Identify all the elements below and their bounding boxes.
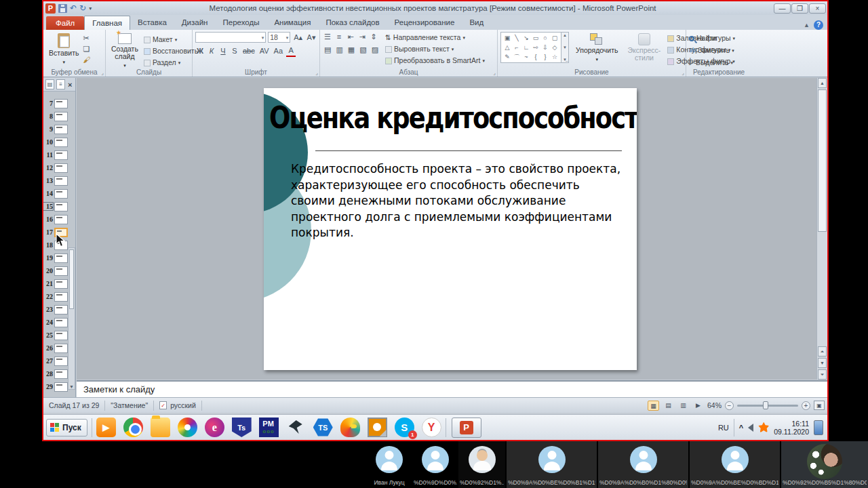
increase-indent-button[interactable]: ⇥ bbox=[357, 32, 367, 42]
char-spacing-button[interactable]: AV bbox=[258, 46, 271, 56]
restore-button[interactable]: ❐ bbox=[791, 3, 808, 14]
participant-tile[interactable]: %D0%92%D1%... bbox=[458, 441, 505, 488]
thumbnail-image[interactable] bbox=[54, 99, 68, 108]
reading-view-icon[interactable]: ▥ bbox=[677, 401, 689, 411]
thumbnail-image[interactable] bbox=[54, 253, 68, 263]
participant-tile[interactable]: %D0%9A%D0%B0%D1%80%D0%BF... bbox=[597, 441, 688, 488]
shape-icon-14[interactable]: ~ bbox=[521, 52, 531, 62]
canvas-scrollbar[interactable]: ▲ ⏶ ▼ ⏷ bbox=[816, 78, 827, 380]
change-case-button[interactable]: Aa bbox=[273, 46, 284, 56]
slide-title[interactable]: Оценка кредитоспособности проекта bbox=[269, 100, 620, 136]
panel-scroll-thumb[interactable] bbox=[69, 249, 74, 309]
slide-thumbnail-21[interactable]: 21 bbox=[43, 277, 68, 290]
shape-icon-17[interactable]: ☆ bbox=[550, 52, 559, 62]
scroll-thumb[interactable] bbox=[818, 89, 827, 232]
spellcheck-cell[interactable]: ✓ русский bbox=[154, 401, 202, 411]
thumbnail-image[interactable] bbox=[54, 266, 68, 276]
powerpoint-app-icon[interactable]: P bbox=[45, 3, 56, 14]
redo-icon[interactable]: ↻ bbox=[79, 4, 86, 12]
file-manager-icon[interactable] bbox=[151, 418, 170, 437]
tab-показ-слайдов[interactable]: Показ слайдов bbox=[318, 16, 387, 30]
panel-scroll-down-icon[interactable]: ▼ bbox=[68, 384, 75, 389]
hummingbird-icon[interactable] bbox=[286, 418, 306, 437]
scroll-down-icon[interactable]: ▼ bbox=[818, 358, 827, 368]
thumbnail-image[interactable] bbox=[54, 125, 68, 134]
thumbnail-image[interactable] bbox=[54, 150, 68, 160]
ts-shield-icon[interactable]: Ts bbox=[232, 418, 252, 437]
ts-hexagon-icon[interactable]: TS bbox=[313, 418, 333, 437]
thumbnail-image[interactable] bbox=[54, 318, 68, 327]
shape-icon-10[interactable]: ⇩ bbox=[540, 43, 550, 52]
language-indicator[interactable]: RU bbox=[718, 424, 729, 432]
chrome-icon[interactable] bbox=[123, 418, 143, 437]
thumbnail-image[interactable] bbox=[54, 305, 68, 314]
zoom-slider[interactable] bbox=[737, 405, 798, 407]
shape-icon-2[interactable]: ↘ bbox=[521, 33, 531, 43]
shape-icon-16[interactable]: } bbox=[540, 52, 550, 62]
columns-button[interactable]: ▨ bbox=[370, 45, 380, 55]
outline-tab-icon[interactable]: ≡ bbox=[56, 79, 65, 89]
slide-thumbnail-25[interactable]: 25 bbox=[43, 329, 68, 342]
media-player-icon[interactable]: ▶ bbox=[96, 418, 116, 437]
slide-thumbnail-24[interactable]: 24 bbox=[43, 316, 68, 329]
shape-icon-4[interactable]: ○ bbox=[540, 33, 550, 43]
zoom-in-icon[interactable]: + bbox=[802, 401, 810, 410]
copy-icon[interactable]: ❏ bbox=[83, 45, 91, 54]
e-app-icon[interactable]: e bbox=[205, 418, 224, 437]
clock[interactable]: 16:11 09.11.2020 bbox=[774, 420, 809, 436]
thumbnail-image[interactable] bbox=[54, 344, 68, 353]
participant-tile[interactable]: %D0%9A%D0%BE%D0%B1%D1%8B... bbox=[505, 441, 597, 488]
slideshow-icon[interactable]: ▶ bbox=[692, 401, 704, 411]
thumbnail-image[interactable] bbox=[54, 176, 68, 186]
slide-thumbnail-13[interactable]: 13 bbox=[43, 174, 68, 187]
shape-icon-9[interactable]: ⇨ bbox=[531, 43, 540, 52]
section-button[interactable]: Раздел▾ bbox=[144, 58, 198, 68]
shape-icon-12[interactable]: ✎ bbox=[502, 52, 512, 62]
replace-button[interactable]: abЗаменить▾ bbox=[689, 45, 749, 56]
thumbnail-image[interactable] bbox=[54, 189, 68, 199]
tab-анимация[interactable]: Анимация bbox=[267, 16, 318, 30]
decrease-indent-button[interactable]: ⇤ bbox=[346, 32, 355, 42]
shape-icon-0[interactable]: ▣ bbox=[502, 33, 512, 43]
align-center-button[interactable]: ▥ bbox=[334, 45, 344, 55]
scroll-up-icon[interactable]: ▲ bbox=[818, 78, 827, 88]
previous-slide-icon[interactable]: ⏶ bbox=[818, 346, 827, 357]
pinwheel-icon[interactable] bbox=[178, 418, 197, 437]
bold-button[interactable]: Ж bbox=[195, 46, 205, 56]
underline-button[interactable]: Ч bbox=[218, 46, 228, 56]
volume-icon[interactable] bbox=[748, 424, 753, 432]
font-color-button[interactable]: A bbox=[286, 45, 296, 57]
strikethrough-button[interactable]: abc bbox=[241, 46, 256, 56]
capture-app-icon[interactable] bbox=[368, 418, 387, 437]
slide-thumbnail-7[interactable]: 7 bbox=[43, 97, 68, 110]
tab-вид[interactable]: Вид bbox=[462, 16, 491, 30]
thumbnail-image[interactable] bbox=[54, 163, 68, 173]
slide-thumbnail-9[interactable]: 9 bbox=[43, 123, 68, 136]
shape-icon-13[interactable]: ⌒ bbox=[512, 52, 521, 62]
shape-icon-5[interactable]: ▢ bbox=[550, 33, 559, 43]
paragraph-dialog-launcher[interactable]: ⌟ bbox=[493, 70, 496, 76]
tab-переходы[interactable]: Переходы bbox=[215, 16, 267, 30]
slide-thumbnail-20[interactable]: 20 bbox=[43, 264, 68, 277]
shrink-font-icon[interactable]: A▾ bbox=[306, 33, 317, 43]
theme-name[interactable]: "Затмение" bbox=[105, 401, 154, 411]
italic-button[interactable]: К bbox=[207, 46, 216, 56]
shape-icon-11[interactable]: ◇ bbox=[550, 43, 559, 52]
save-icon[interactable] bbox=[58, 4, 67, 13]
zoom-slider-knob[interactable] bbox=[763, 401, 768, 409]
shapes-gallery-scroll[interactable]: ▲▼▼̲ bbox=[561, 32, 569, 63]
slide-thumbnail-27[interactable]: 27 bbox=[43, 354, 68, 367]
font-size-combo[interactable]: 18▾ bbox=[268, 32, 290, 43]
slide-thumbnail-10[interactable]: 10 bbox=[43, 136, 68, 148]
slide-thumbnail-8[interactable]: 8 bbox=[43, 110, 68, 123]
reset-button[interactable]: Восстановить bbox=[144, 46, 198, 56]
zoom-out-icon[interactable]: − bbox=[725, 401, 734, 410]
close-panel-icon[interactable]: × bbox=[68, 81, 72, 89]
normal-view-icon[interactable]: ▦ bbox=[648, 401, 659, 411]
shape-icon-8[interactable]: ∟ bbox=[521, 43, 531, 52]
slide-thumbnail-19[interactable]: 19 bbox=[43, 251, 68, 264]
tab-главная[interactable]: Главная bbox=[84, 16, 130, 30]
thumbnail-image[interactable] bbox=[54, 138, 68, 147]
thumbnail-image[interactable] bbox=[54, 382, 68, 392]
justify-button[interactable]: ▧ bbox=[358, 45, 368, 55]
